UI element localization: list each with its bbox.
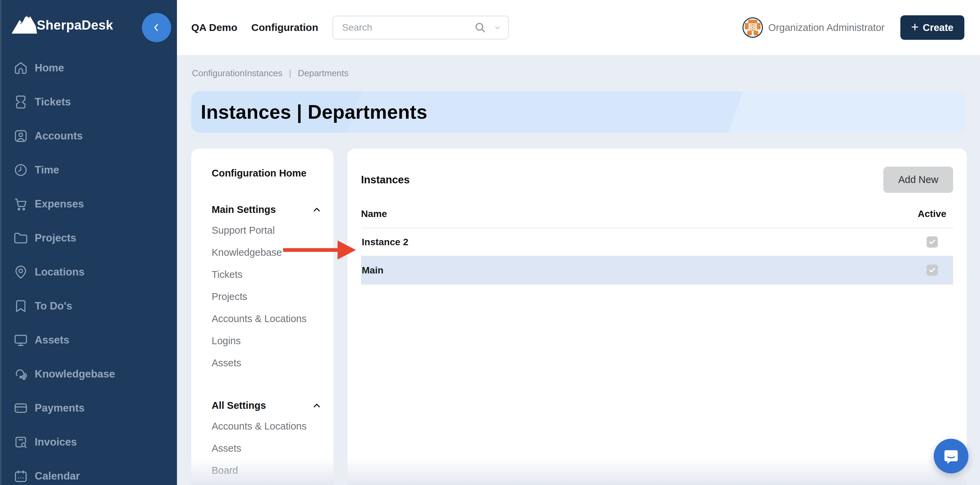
- user-card-icon: [14, 129, 28, 143]
- sidebar: SherpaDesk Home Tickets Accounts Time Ex…: [0, 0, 177, 485]
- map-pin-icon: [14, 265, 28, 279]
- sidebar-item-label: Accounts: [35, 130, 83, 142]
- ticket-icon: [14, 95, 28, 109]
- chat-widget-button[interactable]: [934, 439, 969, 474]
- active-checkbox[interactable]: [927, 265, 938, 276]
- chevron-left-icon: [151, 22, 162, 33]
- sidebar-item-time[interactable]: Time: [0, 153, 177, 187]
- sidebar-item-label: Locations: [35, 266, 84, 278]
- clock-icon: [14, 163, 28, 177]
- sidebar-item-label: Calendar: [35, 470, 80, 482]
- sidebar-item-home[interactable]: Home: [0, 51, 177, 85]
- config-link-support-portal[interactable]: Support Portal: [212, 225, 322, 236]
- sidebar-item-locations[interactable]: Locations: [0, 255, 177, 289]
- topnav-configuration[interactable]: Configuration: [251, 22, 318, 33]
- instance-name[interactable]: Instance 2: [361, 237, 408, 248]
- sidebar-collapse-button[interactable]: [142, 13, 171, 42]
- sidebar-item-payments[interactable]: Payments: [0, 391, 177, 425]
- section-title-label: Main Settings: [212, 204, 276, 215]
- create-button[interactable]: + Create: [900, 15, 964, 40]
- breadcrumb-configuration-instances[interactable]: ConfigurationInstances: [192, 68, 282, 78]
- app-name: SherpaDesk: [37, 18, 113, 36]
- check-icon: [929, 267, 936, 274]
- breadcrumb-departments[interactable]: Departments: [298, 68, 348, 78]
- column-header-name: Name: [361, 208, 387, 219]
- panel-bottom-fade: [347, 458, 967, 485]
- search-icon[interactable]: [474, 21, 486, 34]
- add-new-button[interactable]: Add New: [883, 167, 953, 193]
- config-link-tickets[interactable]: Tickets: [212, 269, 322, 280]
- sidebar-item-expenses[interactable]: Expenses: [0, 187, 177, 221]
- table-row-instance-2[interactable]: Instance 2: [361, 228, 953, 256]
- config-link-all-assets[interactable]: Assets: [212, 443, 322, 454]
- avatar-image: [743, 18, 762, 37]
- sidebar-item-label: Knowledgebase: [35, 368, 115, 380]
- instances-heading: Instances: [361, 174, 410, 186]
- configuration-menu-panel: Configuration Home Main Settings Support…: [191, 149, 334, 485]
- section-main-settings[interactable]: Main Settings: [212, 204, 322, 215]
- sidebar-item-label: Expenses: [35, 198, 84, 210]
- sidebar-item-invoices[interactable]: Invoices: [0, 425, 177, 459]
- calendar-icon: [14, 469, 28, 483]
- config-link-logins[interactable]: Logins: [212, 336, 322, 347]
- search-box: [332, 16, 509, 40]
- sidebar-item-label: Assets: [35, 334, 69, 346]
- credit-card-icon: [14, 401, 28, 415]
- sidebar-item-label: Payments: [35, 402, 84, 414]
- section-title-label: All Settings: [212, 400, 266, 411]
- plus-icon: +: [911, 21, 919, 33]
- configuration-home-link[interactable]: Configuration Home: [212, 168, 322, 179]
- config-link-knowledgebase[interactable]: Knowledgebase: [212, 247, 322, 258]
- topnav-qa-demo[interactable]: QA Demo: [191, 22, 237, 33]
- topbar: QA Demo Configuration: [177, 0, 980, 55]
- instances-panel: Instances Add New Name Active Instance 2…: [347, 149, 967, 485]
- section-all-settings[interactable]: All Settings: [212, 400, 322, 411]
- config-link-projects[interactable]: Projects: [212, 291, 322, 302]
- sidebar-item-accounts[interactable]: Accounts: [0, 119, 177, 153]
- sidebar-item-projects[interactable]: Projects: [0, 221, 177, 255]
- invoice-search-icon: [14, 435, 28, 449]
- cloud-share-icon: [14, 367, 28, 381]
- sidebar-item-label: To Do's: [35, 300, 72, 312]
- search-input[interactable]: [342, 22, 474, 33]
- home-icon: [14, 61, 28, 75]
- sidebar-item-assets[interactable]: Assets: [0, 323, 177, 357]
- page-title-banner: Instances | Departments: [191, 91, 966, 133]
- config-link-assets[interactable]: Assets: [212, 358, 322, 369]
- create-button-label: Create: [923, 22, 953, 33]
- config-link-accounts-locations[interactable]: Accounts & Locations: [212, 313, 322, 324]
- sidebar-item-knowledgebase[interactable]: Knowledgebase: [0, 357, 177, 391]
- breadcrumb-separator: |: [289, 68, 291, 78]
- user-avatar[interactable]: [743, 17, 763, 38]
- sidebar-item-label: Invoices: [35, 436, 77, 448]
- search-scope-chevron-icon[interactable]: [494, 24, 501, 31]
- folder-icon: [14, 231, 28, 245]
- sidebar-item-todos[interactable]: To Do's: [0, 289, 177, 323]
- sidebar-item-label: Time: [35, 164, 59, 176]
- sidebar-nav: Home Tickets Accounts Time Expenses Proj…: [0, 51, 177, 485]
- app-logo[interactable]: SherpaDesk: [10, 8, 113, 36]
- config-link-all-accounts-locations[interactable]: Accounts & Locations: [212, 421, 322, 432]
- chat-bubble-icon: [942, 447, 960, 465]
- column-header-active: Active: [911, 208, 953, 219]
- monitor-icon: [14, 333, 28, 347]
- bookmark-icon: [14, 299, 28, 313]
- table-header-row: Name Active: [361, 208, 953, 227]
- chevron-up-icon: [312, 205, 322, 215]
- sidebar-item-label: Tickets: [35, 96, 71, 108]
- chevron-up-icon: [312, 401, 322, 411]
- table-divider: [361, 284, 953, 285]
- sidebar-item-label: Projects: [35, 232, 76, 244]
- breadcrumb: ConfigurationInstances | Departments: [192, 68, 348, 79]
- page-title: Instances | Departments: [191, 91, 966, 133]
- topbar-right: Organization Administrator + Create: [743, 15, 964, 40]
- config-link-board[interactable]: Board: [212, 465, 322, 476]
- table-row-main[interactable]: Main: [361, 256, 953, 284]
- sidebar-item-label: Home: [35, 62, 64, 74]
- instance-name[interactable]: Main: [361, 265, 383, 276]
- cart-icon: [14, 197, 28, 211]
- active-checkbox[interactable]: [927, 236, 938, 248]
- sidebar-item-calendar[interactable]: Calendar: [0, 459, 177, 485]
- sidebar-item-tickets[interactable]: Tickets: [0, 85, 177, 119]
- check-icon: [929, 239, 936, 246]
